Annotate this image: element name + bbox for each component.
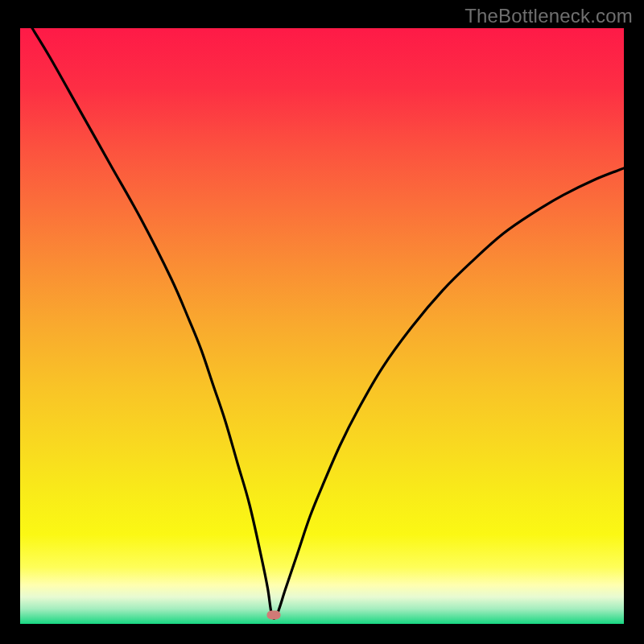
chart-frame: TheBottleneck.com [0, 0, 644, 644]
watermark-text: TheBottleneck.com [464, 5, 633, 27]
bottleneck-curve [32, 28, 624, 618]
optimal-point-marker [267, 610, 281, 619]
curve-layer [20, 28, 624, 624]
plot-area [20, 28, 624, 624]
